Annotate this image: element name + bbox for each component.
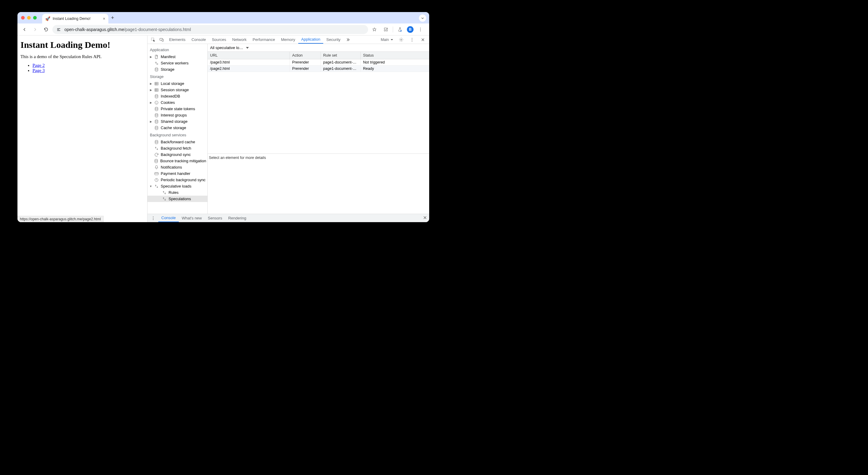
table-icon xyxy=(154,88,159,92)
drawer-tab-what-s-new[interactable]: What's new xyxy=(179,214,205,222)
gear-icon xyxy=(399,37,404,42)
sidebar-item-local-storage[interactable]: ▶Local storage xyxy=(148,80,207,87)
window-close-button[interactable] xyxy=(21,16,25,20)
db-icon xyxy=(154,94,159,99)
puzzle-icon xyxy=(383,27,388,32)
sidebar-item-interest-groups[interactable]: ▶Interest groups xyxy=(148,112,207,118)
new-tab-button[interactable]: + xyxy=(108,13,117,22)
svg-point-20 xyxy=(155,94,158,96)
close-icon xyxy=(423,215,427,220)
sidebar-item-label: Background fetch xyxy=(161,146,191,150)
labs-button[interactable] xyxy=(396,25,404,34)
devtools-close-button[interactable] xyxy=(419,37,427,42)
sidebar-item-payment-handler[interactable]: ▶Payment handler xyxy=(148,170,207,177)
svg-point-4 xyxy=(420,28,421,28)
window-maximize-button[interactable] xyxy=(33,16,37,20)
back-button[interactable] xyxy=(20,25,29,34)
sidebar-item-periodic-background-sync[interactable]: ▶Periodic background sync xyxy=(148,177,207,183)
sidebar-item-speculations[interactable]: ▶Speculations xyxy=(148,196,207,202)
page-link[interactable]: Page 3 xyxy=(32,68,44,73)
browser-menu-button[interactable] xyxy=(416,25,425,34)
drawer-close-button[interactable] xyxy=(423,215,427,221)
triangle-down-icon xyxy=(245,46,250,50)
column-header[interactable]: Action xyxy=(289,52,320,59)
drawer-tab-console[interactable]: Console xyxy=(158,214,179,222)
svg-point-15 xyxy=(155,62,156,63)
devtools-tab-memory[interactable]: Memory xyxy=(278,35,298,43)
devtools-tab-application[interactable]: Application xyxy=(298,35,323,43)
sidebar-item-private-state-tokens[interactable]: ▶Private state tokens xyxy=(148,106,207,112)
cell-status: Ready xyxy=(361,66,429,72)
omnibox[interactable]: open-chalk-asparagus.glitch.me/page1-doc… xyxy=(52,25,368,34)
caret-right-icon: ▶ xyxy=(149,55,152,58)
site-info-icon[interactable] xyxy=(56,27,61,32)
drawer-tab-sensors[interactable]: Sensors xyxy=(205,214,225,222)
tab-close-button[interactable]: × xyxy=(103,17,105,21)
table-row[interactable]: /page2.htmlPrerenderpage1-document-…Read… xyxy=(208,66,429,72)
sidebar-item-service-workers[interactable]: ▶Service workers xyxy=(148,60,207,66)
column-header[interactable]: Status xyxy=(361,52,429,59)
toolbar: open-chalk-asparagus.glitch.me/page1-doc… xyxy=(18,24,429,35)
window-minimize-button[interactable] xyxy=(27,16,31,20)
db-icon xyxy=(154,159,159,164)
sidebar-item-shared-storage[interactable]: ▶Shared storage xyxy=(148,118,207,125)
caret-right-icon: ▶ xyxy=(149,89,152,91)
divider xyxy=(393,27,393,32)
extensions-button[interactable] xyxy=(381,25,390,34)
cell-url: /page2.html xyxy=(208,66,289,72)
devtools-settings-button[interactable] xyxy=(397,37,405,42)
sidebar-item-session-storage[interactable]: ▶Session storage xyxy=(148,87,207,93)
svg-point-26 xyxy=(155,114,158,115)
drawer-menu-button[interactable] xyxy=(149,216,157,220)
inspect-button[interactable] xyxy=(149,35,157,43)
sidebar-section-title: Application xyxy=(148,46,207,54)
reload-button[interactable] xyxy=(41,25,51,34)
caret-down-icon: ▼ xyxy=(149,185,152,188)
more-tabs-button[interactable] xyxy=(344,35,352,43)
sidebar-item-back-forward-cache[interactable]: ▶Back/forward cache xyxy=(148,139,207,145)
sidebar-item-cache-storage[interactable]: ▶Cache storage xyxy=(148,125,207,131)
sidebar-item-background-sync[interactable]: ▶Background sync xyxy=(148,151,207,158)
sidebar-item-label: Payment handler xyxy=(161,171,190,176)
devtools-menu-button[interactable] xyxy=(408,37,416,42)
bookmark-button[interactable] xyxy=(370,25,379,34)
svg-point-22 xyxy=(156,102,156,102)
page-link[interactable]: Page 2 xyxy=(32,63,44,68)
devtools-tab-elements[interactable]: Elements xyxy=(166,35,188,43)
sidebar-item-notifications[interactable]: ▶Notifications xyxy=(148,164,207,170)
sidebar-item-cookies[interactable]: ▶Cookies xyxy=(148,99,207,106)
forward-button[interactable] xyxy=(31,25,40,34)
devtools-tab-network[interactable]: Network xyxy=(229,35,250,43)
window-menu-button[interactable] xyxy=(419,14,426,22)
devtools-tab-security[interactable]: Security xyxy=(323,35,343,43)
table-row[interactable]: /page3.htmlPrerenderpage1-document-…Not … xyxy=(208,59,429,66)
application-main: All speculative loa… URLActionRule setSt… xyxy=(208,44,429,214)
filter-dropdown[interactable]: All speculative loa… xyxy=(210,46,250,50)
sidebar-item-label: Interest groups xyxy=(161,113,187,117)
column-header[interactable]: URL xyxy=(208,52,289,59)
devtools-tab-sources[interactable]: Sources xyxy=(209,35,229,43)
column-header[interactable]: Rule set xyxy=(320,52,360,59)
devtools-body: Application▶Manifest▶Service workers▶Sto… xyxy=(148,44,429,214)
detail-hint: Select an element for more details xyxy=(208,153,429,214)
sidebar-item-bounce-tracking-mitigation[interactable]: ▶Bounce tracking mitigation xyxy=(148,158,207,164)
browser-tab[interactable]: 🚀 Instant Loading Demo! × xyxy=(42,14,108,24)
sidebar-item-label: Shared storage xyxy=(161,119,187,124)
device-toggle-button[interactable] xyxy=(158,35,165,43)
sidebar-item-manifest[interactable]: ▶Manifest xyxy=(148,54,207,60)
sidebar-item-indexeddb[interactable]: ▶IndexedDB xyxy=(148,93,207,99)
target-selector[interactable]: Main xyxy=(381,37,394,42)
db-icon xyxy=(154,113,159,118)
devtools-tab-performance[interactable]: Performance xyxy=(249,35,278,43)
traffic-lights xyxy=(21,16,37,20)
speculations-table[interactable]: URLActionRule setStatus /page3.htmlPrere… xyxy=(208,52,429,153)
sidebar-item-speculative-loads[interactable]: ▼Speculative loads xyxy=(148,183,207,189)
sidebar-item-rules[interactable]: ▶Rules xyxy=(148,189,207,196)
devtools-tab-console[interactable]: Console xyxy=(188,35,209,43)
svg-point-6 xyxy=(420,30,421,31)
sidebar-section-title: Background services xyxy=(148,131,207,139)
drawer-tab-rendering[interactable]: Rendering xyxy=(225,214,249,222)
sidebar-item-background-fetch[interactable]: ▶Background fetch xyxy=(148,145,207,151)
profile-avatar[interactable]: B xyxy=(407,26,413,33)
sidebar-item-storage[interactable]: ▶Storage xyxy=(148,66,207,72)
